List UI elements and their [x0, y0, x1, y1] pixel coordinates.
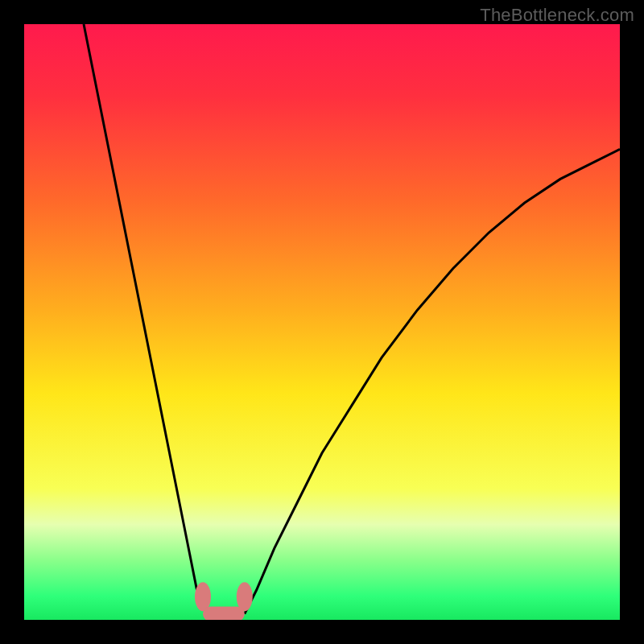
- chart-frame: [24, 24, 620, 620]
- watermark-text: TheBottleneck.com: [480, 5, 634, 26]
- gradient-background: [24, 24, 620, 620]
- bottleneck-chart: [24, 24, 620, 620]
- valley-floor-marker: [203, 607, 245, 620]
- vertex-right-marker: [237, 582, 253, 611]
- vertex-left-marker: [195, 582, 211, 611]
